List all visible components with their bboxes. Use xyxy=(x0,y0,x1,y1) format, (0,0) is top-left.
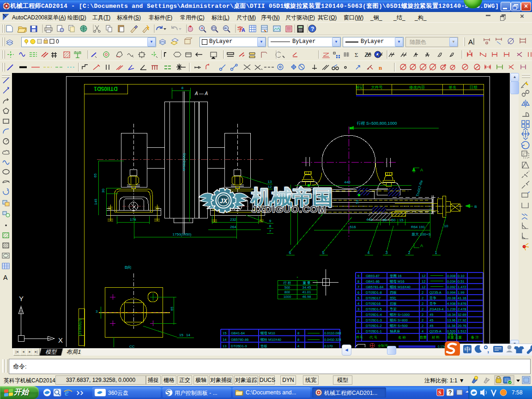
svg-text:5: 5 xyxy=(357,296,359,300)
svg-text:DT05D1-4: DT05D1-4 xyxy=(366,313,382,317)
svg-text:A: A xyxy=(420,243,423,248)
svg-text:7: 7 xyxy=(357,285,359,289)
svg-text:备 注: 备 注 xyxy=(471,335,479,339)
svg-text:1.239: 1.239 xyxy=(447,307,456,311)
svg-text:日期: 日期 xyxy=(470,85,478,90)
svg-text:3: 3 xyxy=(357,307,359,311)
svg-text:中: 中 xyxy=(465,346,471,353)
svg-text:65: 65 xyxy=(93,173,97,177)
svg-text:A: A xyxy=(3,274,8,281)
svg-text:6: 6 xyxy=(357,290,359,295)
svg-text:,: , xyxy=(487,346,489,354)
svg-text:青争: 青争 xyxy=(429,302,437,306)
svg-text:螺栓 M16X40: 螺栓 M16X40 xyxy=(390,285,411,289)
svg-text:大件号: 大件号 xyxy=(371,85,383,90)
svg-text:41.16: 41.16 xyxy=(458,296,466,300)
svg-text:A: A xyxy=(468,38,473,46)
svg-text:0.008: 0.008 xyxy=(447,274,456,278)
svg-text:名 称: 名 称 xyxy=(398,335,406,339)
svg-text:232: 232 xyxy=(230,218,236,222)
svg-text:GB41-86: GB41-86 xyxy=(366,279,380,284)
svg-text:32.69: 32.69 xyxy=(458,313,466,317)
svg-text:2: 2 xyxy=(357,318,359,322)
svg-text:14: 14 xyxy=(186,333,190,337)
svg-text:46.98: 46.98 xyxy=(302,295,311,299)
svg-text:2: 2 xyxy=(422,313,423,317)
svg-text:8: 8 xyxy=(357,279,359,284)
svg-text:JXDIGUO.COM: JXDIGUO.COM xyxy=(252,204,327,214)
svg-text:JX: JX xyxy=(219,197,228,205)
svg-text:2.478: 2.478 xyxy=(458,307,466,311)
svg-text:13.96: 13.96 xyxy=(447,318,456,322)
svg-text:Σ: Σ xyxy=(355,51,358,58)
svg-text:45: 45 xyxy=(429,318,433,322)
svg-text:20.08: 20.08 xyxy=(447,296,456,300)
svg-text:垫板: 垫板 xyxy=(260,344,268,348)
svg-text:DTII05D1: DTII05D1 xyxy=(78,318,82,336)
svg-text:4: 4 xyxy=(297,344,299,348)
svg-text:2: 2 xyxy=(422,307,423,311)
svg-text:?: ? xyxy=(448,389,452,396)
svg-text:DT05D16: DT05D16 xyxy=(366,302,381,306)
svg-text:B向: B向 xyxy=(125,265,132,270)
svg-text:0.088: 0.088 xyxy=(332,331,341,335)
svg-text:516: 516 xyxy=(350,225,356,229)
svg-text:0.10: 0.10 xyxy=(458,274,465,278)
svg-text:R64 191: R64 191 xyxy=(411,225,425,229)
svg-text:0.328: 0.328 xyxy=(332,338,341,342)
svg-text:螺母 M16: 螺母 M16 xyxy=(390,279,405,284)
svg-text:X: X xyxy=(58,336,63,344)
svg-text:8: 8 xyxy=(297,331,299,335)
svg-text:65: 65 xyxy=(170,307,174,311)
svg-text:16.34: 16.34 xyxy=(447,313,456,317)
svg-text:9: 9 xyxy=(269,219,272,223)
svg-text:440: 440 xyxy=(344,180,351,184)
svg-text:4: 4 xyxy=(367,250,369,255)
svg-text:2: 2 xyxy=(422,290,423,295)
svg-text:1750(1950): 1750(1950) xyxy=(173,232,192,236)
svg-text:ZGA19-4: ZGA19-4 xyxy=(429,307,443,311)
svg-text:30: 30 xyxy=(101,188,105,193)
svg-text:Q235-A: Q235-A xyxy=(429,329,441,333)
svg-text:53: 53 xyxy=(355,200,359,204)
svg-text:5: 5 xyxy=(322,250,324,255)
svg-text:DT05D17: DT05D17 xyxy=(366,296,381,300)
svg-text:0.092: 0.092 xyxy=(447,285,456,289)
svg-text:13: 13 xyxy=(223,344,226,348)
svg-text:11.38: 11.38 xyxy=(447,324,455,328)
svg-text:最大 100+S: 最大 100+S xyxy=(411,232,431,236)
svg-text:0.170: 0.170 xyxy=(324,344,333,348)
svg-text:3: 3 xyxy=(385,250,387,255)
svg-text:材 料: 材 料 xyxy=(432,335,440,339)
svg-text:0.011: 0.011 xyxy=(324,331,332,335)
svg-text:青争: 青争 xyxy=(429,296,437,300)
svg-text:CC: CC xyxy=(129,345,135,348)
svg-text:12: 12 xyxy=(422,274,425,278)
svg-text:GB5781-84: GB5781-84 xyxy=(366,285,383,289)
svg-text:丝杠: 丝杠 xyxy=(390,296,397,300)
svg-text:4.938: 4.938 xyxy=(447,302,456,306)
svg-text:DT05D1-2: DT05D1-2 xyxy=(366,324,382,328)
svg-text:2: 2 xyxy=(408,250,410,255)
svg-text:数量: 数量 xyxy=(420,335,427,339)
svg-text:12: 12 xyxy=(422,285,425,289)
svg-text:S: S xyxy=(438,389,441,396)
svg-text:15: 15 xyxy=(223,331,226,335)
svg-text:行程 S=500,800,1000: 行程 S=500,800,1000 xyxy=(357,121,397,126)
svg-text:13: 13 xyxy=(268,180,272,184)
svg-text:螺杆 S=800: 螺杆 S=800 xyxy=(390,318,408,322)
svg-text:8: 8 xyxy=(181,86,184,90)
svg-text:挡板: 挡板 xyxy=(390,290,397,295)
svg-text:Tn4X7-Re: Tn4X7-Re xyxy=(415,180,423,197)
svg-text:1.99: 1.99 xyxy=(458,290,465,295)
svg-text:2: 2 xyxy=(422,324,423,328)
svg-text:50: 50 xyxy=(383,218,387,222)
svg-text:导架: 导架 xyxy=(390,307,397,311)
svg-text:DT05D1-5: DT05D1-5 xyxy=(366,307,382,311)
svg-text:重 量: 重 量 xyxy=(302,281,311,285)
svg-text:螺栓 M10X40: 螺栓 M10X40 xyxy=(260,338,281,342)
svg-text:145: 145 xyxy=(94,199,98,205)
svg-text:Y: Y xyxy=(19,295,24,302)
svg-text:螺母 M10: 螺母 M10 xyxy=(260,331,275,335)
svg-text:B: B xyxy=(474,205,477,209)
